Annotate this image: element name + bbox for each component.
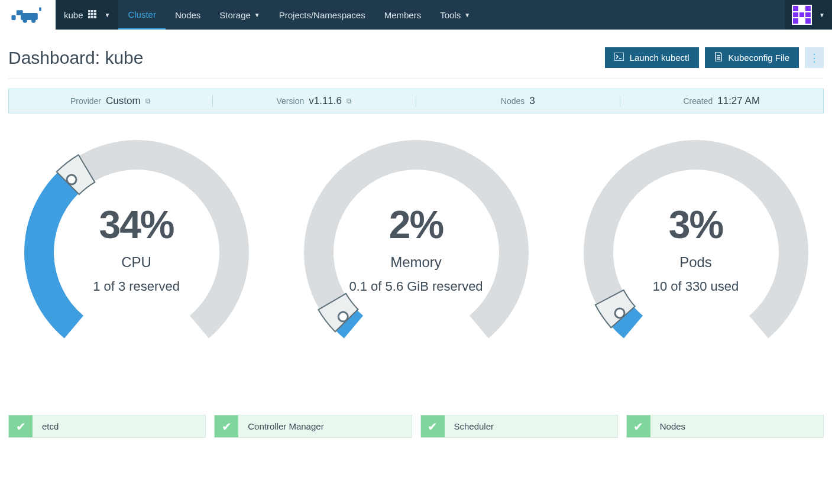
chevron-down-icon: ▼	[819, 12, 825, 18]
rancher-logo[interactable]	[0, 0, 56, 30]
svg-rect-9	[88, 13, 90, 15]
cluster-name: kube	[64, 10, 83, 20]
gauge-cpu: 34% CPU 1 of 3 reserved	[8, 137, 264, 350]
svg-rect-6	[88, 10, 90, 12]
kubeconfig-button[interactable]: Kubeconfig File	[705, 47, 799, 68]
avatar	[792, 5, 812, 25]
nav-members[interactable]: Members	[375, 0, 431, 30]
terminal-icon	[614, 53, 624, 63]
check-icon: ✔	[627, 415, 650, 437]
health-etcd[interactable]: ✔ etcd	[8, 415, 206, 438]
gauge-detail: 0.1 of 5.6 GiB reserved	[288, 279, 544, 294]
gauges-row: 34% CPU 1 of 3 reserved 2% Memory 0.1 of…	[8, 137, 824, 350]
gauge-memory: 2% Memory 0.1 of 5.6 GiB reserved	[288, 137, 544, 350]
copy-icon[interactable]: ⧉	[347, 97, 352, 105]
grid-icon	[88, 10, 96, 20]
page-actions: Launch kubectl Kubeconfig File ⋮	[605, 47, 824, 68]
health-scheduler[interactable]: ✔ Scheduler	[420, 415, 618, 438]
svg-point-5	[31, 19, 35, 23]
gauge-pods: 3% Pods 10 of 330 used	[568, 137, 824, 350]
svg-point-4	[23, 19, 27, 23]
svg-rect-2	[39, 7, 41, 11]
gauge-pct: 34%	[8, 202, 264, 247]
top-nav: kube ▼ Cluster Nodes Storage▼ Projects/N…	[0, 0, 832, 30]
gauge-title: CPU	[8, 254, 264, 271]
health-nodes[interactable]: ✔ Nodes	[626, 415, 824, 438]
svg-rect-12	[88, 16, 90, 18]
svg-rect-1	[17, 10, 23, 15]
copy-icon[interactable]: ⧉	[145, 97, 151, 105]
launch-kubectl-button[interactable]: Launch kubectl	[605, 47, 699, 68]
page-title: Dashboard: kube	[8, 48, 144, 68]
gauge-pct: 2%	[288, 202, 544, 247]
info-provider: Provider Custom ⧉	[9, 95, 213, 107]
svg-rect-13	[91, 16, 93, 18]
svg-rect-11	[94, 13, 96, 15]
chevron-down-icon: ▼	[254, 12, 260, 18]
check-icon: ✔	[421, 415, 445, 437]
svg-rect-14	[94, 16, 96, 18]
gauge-pct: 3%	[568, 202, 824, 247]
chevron-down-icon: ▼	[105, 12, 111, 18]
info-version: Version v1.11.6 ⧉	[213, 95, 417, 107]
svg-rect-10	[91, 13, 93, 15]
gauge-detail: 10 of 330 used	[568, 279, 824, 294]
svg-point-16	[67, 175, 76, 184]
health-row: ✔ etcd ✔ Controller Manager ✔ Scheduler …	[8, 415, 824, 438]
gauge-title: Memory	[288, 254, 544, 271]
nav-storage[interactable]: Storage▼	[210, 0, 269, 30]
cluster-info-bar: Provider Custom ⧉ Version v1.11.6 ⧉ Node…	[8, 89, 824, 113]
svg-rect-15	[614, 53, 624, 61]
svg-rect-8	[94, 10, 96, 12]
cluster-switcher[interactable]: kube ▼	[56, 0, 118, 30]
gauge-detail: 1 of 3 reserved	[8, 279, 264, 294]
svg-point-17	[338, 312, 348, 321]
nav-projects[interactable]: Projects/Namespaces	[270, 0, 375, 30]
health-controller-manager[interactable]: ✔ Controller Manager	[214, 415, 412, 438]
kebab-icon: ⋮	[809, 51, 820, 64]
more-actions-button[interactable]: ⋮	[805, 47, 824, 68]
gauge-title: Pods	[568, 254, 824, 271]
chevron-down-icon: ▼	[464, 12, 470, 18]
nav-nodes[interactable]: Nodes	[166, 0, 210, 30]
info-created: Created 11:27 AM	[620, 95, 824, 107]
check-icon: ✔	[215, 415, 238, 437]
info-nodes: Nodes 3	[416, 95, 620, 107]
file-icon	[714, 52, 723, 63]
nav-cluster[interactable]: Cluster	[118, 0, 166, 30]
check-icon: ✔	[9, 415, 33, 437]
svg-point-18	[615, 308, 624, 318]
svg-rect-7	[91, 10, 93, 12]
main-content: Dashboard: kube Launch kubectl Kubeconfi…	[0, 30, 832, 456]
svg-rect-3	[11, 15, 15, 20]
svg-rect-0	[21, 13, 38, 20]
page-header: Dashboard: kube Launch kubectl Kubeconfi…	[8, 38, 824, 79]
nav-tools[interactable]: Tools▼	[430, 0, 480, 30]
user-menu[interactable]: ▼	[785, 0, 832, 30]
